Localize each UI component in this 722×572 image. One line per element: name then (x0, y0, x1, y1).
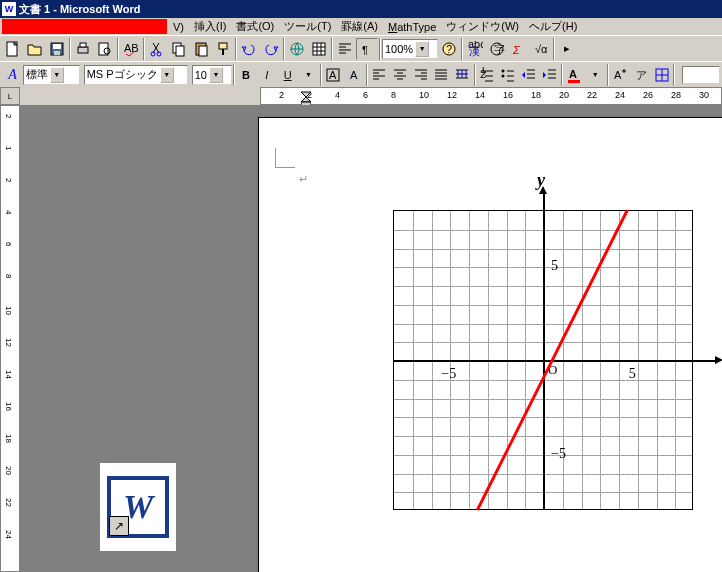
svg-text:漢: 漢 (469, 45, 480, 57)
svg-text:?: ? (446, 43, 452, 55)
svg-rect-5 (80, 43, 86, 47)
svg-rect-15 (219, 43, 227, 49)
svg-text:¶: ¶ (362, 44, 368, 56)
underline-button[interactable]: U (277, 64, 298, 86)
svg-rect-3 (54, 51, 60, 55)
equation-button[interactable]: √α (530, 38, 552, 60)
document-area[interactable]: W ↗ ↵ xy−55−55O (20, 105, 722, 572)
copy-button[interactable] (168, 38, 190, 60)
more-button[interactable]: ▸ (556, 38, 578, 60)
outdent-button[interactable] (518, 64, 539, 86)
menu-lines[interactable]: 罫線(A) (336, 19, 383, 34)
dropdown-icon[interactable]: ▼ (585, 64, 606, 86)
size-combo[interactable]: 10▼ (192, 65, 232, 85)
show-marks-button[interactable]: ¶ (356, 38, 378, 60)
bold-button[interactable]: B (236, 64, 257, 86)
window-title: 文書 1 - Microsoft Word (19, 2, 140, 17)
svg-rect-14 (199, 46, 207, 56)
svg-rect-18 (313, 43, 325, 55)
menu-format[interactable]: 書式(O) (231, 19, 279, 34)
tables-button[interactable] (308, 38, 330, 60)
italic-button[interactable]: I (256, 64, 277, 86)
standard-toolbar: ABC ¶ 100%▼ ? abc漢 字 Σ √α ▸ (0, 35, 722, 61)
menu-insert[interactable]: 挿入(I) (189, 19, 231, 34)
distribute-button[interactable] (452, 64, 473, 86)
text-direction-button[interactable]: ア (630, 64, 651, 86)
svg-point-35 (501, 74, 504, 77)
svg-line-42 (477, 210, 627, 510)
svg-text:√α: √α (535, 43, 548, 55)
mathtype-button[interactable]: Σ (508, 38, 530, 60)
align-center-button[interactable] (389, 64, 410, 86)
ruler-area: L 22468101214161820222426283032 (0, 87, 722, 105)
open-button[interactable] (24, 38, 46, 60)
extra-field[interactable] (682, 66, 720, 84)
svg-rect-37 (568, 80, 580, 83)
chevron-down-icon[interactable]: ▼ (415, 41, 429, 57)
save-button[interactable] (46, 38, 68, 60)
paste-button[interactable] (190, 38, 212, 60)
indent-button[interactable] (539, 64, 560, 86)
svg-text:ア: ア (636, 69, 647, 81)
menu-view[interactable]: V) (168, 21, 189, 33)
style-icon[interactable]: A (2, 64, 23, 86)
bullets-button[interactable] (497, 64, 518, 86)
format-painter-button[interactable] (212, 38, 234, 60)
shortcut-arrow-icon: ↗ (109, 516, 129, 536)
app-icon: W (2, 2, 16, 16)
embedded-chart[interactable]: xy−55−55O (371, 188, 722, 568)
svg-point-34 (501, 69, 504, 72)
menu-tools[interactable]: ツール(T) (279, 19, 336, 34)
svg-rect-4 (78, 47, 88, 53)
dropdown-icon[interactable]: ▼ (298, 64, 319, 86)
title-bar: W 文書 1 - Microsoft Word (0, 0, 722, 18)
ruler-corner: L (0, 87, 20, 105)
help-button[interactable]: ? (438, 38, 460, 60)
numbering-button[interactable]: 12 (477, 64, 498, 86)
redacted-area (2, 19, 167, 34)
svg-text:Σ: Σ (512, 44, 520, 56)
font-combo[interactable]: MS Pゴシック▼ (84, 65, 188, 85)
char-border-button[interactable]: A (323, 64, 344, 86)
char-scale-button[interactable]: A (610, 64, 631, 86)
svg-text:A: A (350, 69, 358, 81)
svg-rect-12 (176, 46, 184, 56)
align-left-button[interactable] (369, 64, 390, 86)
format-toolbar: A 標準▼ MS Pゴシック▼ 10▼ B I U ▼ A A 12 A ▼ A… (0, 61, 722, 87)
svg-rect-6 (99, 43, 108, 55)
svg-text:A: A (614, 69, 622, 81)
font-color-button[interactable]: A (564, 64, 585, 86)
svg-rect-16 (222, 49, 224, 55)
hyperlink-button[interactable] (286, 38, 308, 60)
style-combo[interactable]: 標準▼ (23, 65, 80, 85)
char-shading-button[interactable]: A (344, 64, 365, 86)
align-justify-button[interactable] (431, 64, 452, 86)
svg-text:A: A (569, 68, 577, 80)
print-button[interactable] (72, 38, 94, 60)
align-left-icon[interactable] (334, 38, 356, 60)
margin-mark-icon (275, 148, 295, 168)
preview-button[interactable] (94, 38, 116, 60)
menu-help[interactable]: ヘルプ(H) (524, 19, 582, 34)
undo-button[interactable] (238, 38, 260, 60)
svg-text:2: 2 (480, 68, 486, 80)
enclose-button[interactable]: 字 (486, 38, 508, 60)
ruby-button[interactable]: abc漢 (464, 38, 486, 60)
grid-button[interactable] (651, 64, 672, 86)
svg-text:A: A (329, 69, 337, 81)
document-page[interactable]: ↵ xy−55−55O (258, 117, 722, 572)
paragraph-mark-icon: ↵ (299, 173, 308, 186)
horizontal-ruler[interactable]: 22468101214161820222426283032 (260, 87, 722, 105)
menu-window[interactable]: ウィンドウ(W) (441, 19, 524, 34)
redo-button[interactable] (260, 38, 282, 60)
vertical-ruler[interactable]: 2124681012141618202224 (0, 105, 20, 572)
svg-text:字: 字 (494, 43, 505, 55)
word-shortcut-icon[interactable]: W ↗ (100, 463, 176, 551)
new-doc-button[interactable] (2, 38, 24, 60)
svg-rect-2 (53, 44, 61, 49)
menu-mathtype[interactable]: MathType (383, 21, 441, 33)
cut-button[interactable] (146, 38, 168, 60)
align-right-button[interactable] (410, 64, 431, 86)
zoom-combo[interactable]: 100%▼ (382, 39, 438, 59)
spell-button[interactable]: ABC (120, 38, 142, 60)
